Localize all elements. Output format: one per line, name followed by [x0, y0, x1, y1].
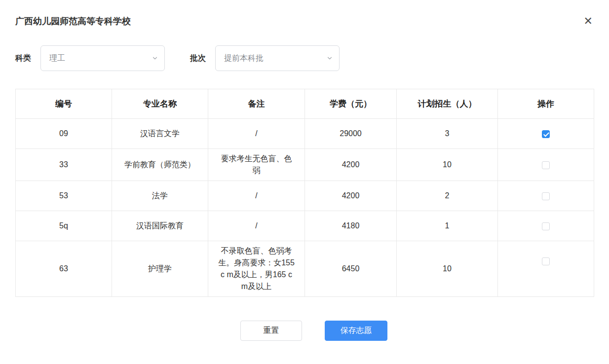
col-header-quota: 计划招生（人） — [397, 89, 498, 119]
table-row: 63 护理学 不录取色盲、色弱考生。身高要求：女155c m及以上，男165 c… — [16, 241, 594, 297]
dialog-header: 广西幼儿园师范高等专科学校 ✕ — [15, 0, 594, 28]
row-checkbox[interactable] — [542, 130, 550, 138]
majors-table: 编号 专业名称 备注 学费（元） 计划招生（人） 操作 09 汉语言文学 / 2… — [15, 89, 594, 297]
save-button[interactable]: 保存志愿 — [325, 321, 387, 341]
cell-quota: 2 — [397, 181, 498, 211]
col-header-code: 编号 — [16, 89, 112, 119]
cell-code: 53 — [16, 181, 112, 211]
table-row: 09 汉语言文学 / 29000 3 — [16, 119, 594, 149]
school-plan-dialog: 广西幼儿园师范高等专科学校 ✕ 科类 理工 批次 提前本科批 — [0, 0, 609, 341]
cell-tuition: 29000 — [305, 119, 397, 149]
row-checkbox[interactable] — [542, 222, 550, 230]
cell-quota: 10 — [397, 149, 498, 181]
filter-bar: 科类 理工 批次 提前本科批 — [15, 45, 594, 71]
cell-quota: 10 — [397, 241, 498, 297]
row-checkbox[interactable] — [542, 257, 550, 265]
col-header-major: 专业名称 — [112, 89, 208, 119]
cell-remark: 要求考生无色盲、色弱 — [208, 149, 305, 181]
category-filter-group: 科类 理工 — [15, 45, 165, 71]
cell-major: 汉语国际教育 — [112, 211, 208, 241]
row-checkbox[interactable] — [542, 192, 550, 200]
dialog-title: 广西幼儿园师范高等专科学校 — [15, 15, 131, 28]
category-select-value: 理工 — [49, 53, 65, 64]
batch-select-value: 提前本科批 — [224, 53, 264, 64]
cell-major: 汉语言文学 — [112, 119, 208, 149]
cell-major: 学前教育（师范类） — [112, 149, 208, 181]
cell-remark: 不录取色盲、色弱考生。身高要求：女155c m及以上，男165 cm及以上 — [208, 241, 305, 297]
cell-quota: 1 — [397, 211, 498, 241]
chevron-down-icon — [326, 55, 333, 62]
category-select[interactable]: 理工 — [40, 45, 165, 71]
col-header-remark: 备注 — [208, 89, 305, 119]
cell-tuition: 4200 — [305, 149, 397, 181]
cell-action — [498, 211, 594, 241]
cell-quota: 3 — [397, 119, 498, 149]
cell-code: 33 — [16, 149, 112, 181]
cell-remark: / — [208, 181, 305, 211]
row-checkbox[interactable] — [542, 161, 550, 169]
col-header-action: 操作 — [498, 89, 594, 119]
table-row: 53 法学 / 4200 2 — [16, 181, 594, 211]
cell-tuition: 6450 — [305, 241, 397, 297]
cell-tuition: 4180 — [305, 211, 397, 241]
batch-select[interactable]: 提前本科批 — [215, 45, 340, 71]
cell-major: 法学 — [112, 181, 208, 211]
cell-major: 护理学 — [112, 241, 208, 297]
table-header-row: 编号 专业名称 备注 学费（元） 计划招生（人） 操作 — [16, 89, 594, 119]
cell-code: 5q — [16, 211, 112, 241]
category-label: 科类 — [15, 53, 31, 64]
cell-tuition: 4200 — [305, 181, 397, 211]
dialog-footer: 重置 保存志愿 — [25, 321, 603, 341]
cell-action — [498, 181, 594, 211]
cell-action — [498, 241, 594, 297]
cell-code: 63 — [16, 241, 112, 297]
close-icon[interactable]: ✕ — [583, 15, 594, 28]
cell-action — [498, 119, 594, 149]
cell-remark: / — [208, 119, 305, 149]
chevron-down-icon — [152, 55, 158, 62]
batch-filter-group: 批次 提前本科批 — [190, 45, 340, 71]
cell-code: 09 — [16, 119, 112, 149]
table-row: 5q 汉语国际教育 / 4180 1 — [16, 211, 594, 241]
cell-remark: / — [208, 211, 305, 241]
cell-action — [498, 149, 594, 181]
reset-button[interactable]: 重置 — [240, 321, 302, 341]
col-header-tuition: 学费（元） — [305, 89, 397, 119]
batch-label: 批次 — [190, 53, 206, 64]
table-row: 33 学前教育（师范类） 要求考生无色盲、色弱 4200 10 — [16, 149, 594, 181]
majors-table-wrap: 编号 专业名称 备注 学费（元） 计划招生（人） 操作 09 汉语言文学 / 2… — [15, 89, 594, 297]
